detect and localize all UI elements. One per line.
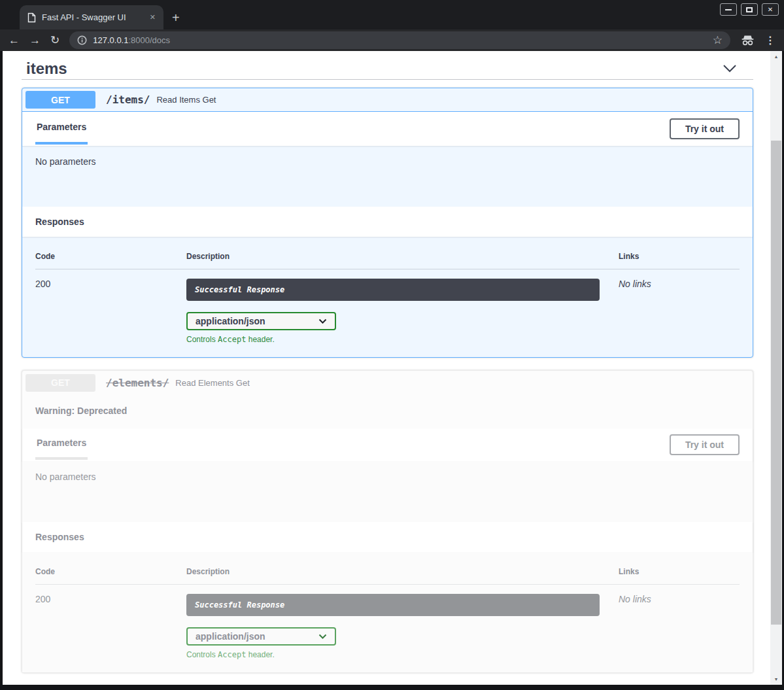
document-icon [27, 12, 36, 23]
maximize-button[interactable] [741, 3, 758, 16]
new-tab-button[interactable]: + [172, 11, 180, 24]
column-description: Description [186, 567, 619, 576]
forward-icon[interactable]: → [29, 35, 41, 46]
reload-icon[interactable]: ↻ [50, 35, 60, 46]
page-content: items GET /items/ Read Items Get Paramet… [3, 51, 782, 685]
tab-close-icon[interactable]: ✕ [150, 13, 156, 22]
column-links: Links [619, 252, 740, 261]
bookmark-star-icon[interactable]: ☆ [713, 35, 723, 46]
minimize-button[interactable] [720, 3, 737, 16]
back-icon[interactable]: ← [9, 35, 20, 46]
response-row: 200 Successful Response application/json… [35, 585, 740, 659]
tab-title: Fast API - Swagger UI [42, 12, 144, 22]
close-button[interactable]: ✕ [762, 3, 779, 16]
accept-header-note: Controls Accept header. [186, 335, 619, 344]
scroll-up-icon[interactable]: ▲ [770, 54, 782, 59]
chevron-down-icon[interactable] [723, 64, 737, 73]
operation-summary-text: Read Items Get [156, 95, 216, 105]
operation-summary-text: Read Elements Get [175, 378, 249, 388]
responses-table: Code Description Links 200 Successful Re… [22, 552, 753, 672]
parameters-tab: Parameters [35, 112, 88, 145]
status-code: 200 [35, 279, 186, 344]
method-badge[interactable]: GET [26, 374, 95, 392]
operation-summary[interactable]: GET /items/ Read Items Get [22, 88, 753, 112]
operation-path: /items/ [106, 94, 150, 106]
incognito-icon [740, 35, 755, 46]
media-type-value: application/json [196, 631, 265, 642]
method-badge[interactable]: GET [26, 91, 95, 109]
accept-header-note: Controls Accept header. [186, 650, 619, 659]
column-description: Description [186, 252, 619, 261]
no-links-text: No links [619, 594, 740, 659]
browser-toolbar: ← → ↻ 127.0.0.1:8000/docs ☆ ⋮ [0, 29, 784, 51]
try-it-out-button[interactable]: Try it out [670, 118, 740, 139]
select-chevron-icon [318, 319, 327, 324]
section-title: items [26, 60, 67, 78]
minimize-icon [725, 9, 732, 10]
no-parameters-text: No parameters [22, 146, 753, 207]
responses-label: Responses [35, 216, 84, 227]
browser-menu-icon[interactable]: ⋮ [765, 35, 775, 46]
responses-label: Responses [35, 532, 84, 542]
no-parameters-text: No parameters [22, 461, 753, 522]
operation-path: /elements/ [106, 377, 169, 389]
deprecated-warning: Warning: Deprecated [22, 394, 753, 428]
tag-section-header[interactable]: items [22, 58, 753, 80]
column-links: Links [619, 567, 740, 576]
operation-summary[interactable]: GET /elements/ Read Elements Get [22, 371, 753, 394]
responses-header: Responses [22, 522, 753, 552]
url-path: :8000/docs [128, 35, 170, 45]
url-host: 127.0.0.1 [93, 35, 128, 45]
column-code: Code [35, 567, 186, 576]
response-row: 200 Successful Response application/json… [35, 269, 740, 344]
parameters-header: Parameters Try it out [22, 112, 753, 146]
column-code: Code [35, 252, 186, 261]
media-type-select[interactable]: application/json [186, 312, 336, 330]
response-description-box: Successful Response [186, 594, 600, 616]
parameters-header: Parameters Try it out [22, 428, 753, 461]
scroll-down-icon[interactable]: ▼ [770, 677, 782, 681]
responses-header: Responses [22, 207, 753, 237]
address-bar[interactable]: 127.0.0.1:8000/docs ☆ [69, 31, 730, 49]
status-code: 200 [35, 594, 186, 659]
parameters-tab: Parameters [35, 428, 88, 460]
responses-table: Code Description Links 200 Successful Re… [22, 237, 753, 357]
response-description-box: Successful Response [186, 279, 600, 301]
close-icon: ✕ [768, 6, 773, 13]
site-info-icon[interactable] [77, 35, 87, 45]
browser-titlebar: Fast API - Swagger UI ✕ + ✕ [0, 0, 784, 29]
opblock-get-elements-deprecated: GET /elements/ Read Elements Get Warning… [22, 370, 753, 673]
no-links-text: No links [619, 279, 740, 344]
opblock-get-items: GET /items/ Read Items Get Parameters Tr… [22, 88, 753, 358]
media-type-value: application/json [196, 316, 265, 326]
browser-tab[interactable]: Fast API - Swagger UI ✕ [20, 5, 163, 29]
maximize-icon [746, 7, 753, 12]
url-text: 127.0.0.1:8000/docs [93, 35, 170, 45]
select-chevron-icon [318, 634, 327, 639]
scrollbar[interactable]: ▲ ▼ [770, 51, 782, 685]
scrollbar-thumb[interactable] [771, 141, 781, 625]
try-it-out-button[interactable]: Try it out [670, 434, 740, 455]
media-type-select[interactable]: application/json [186, 627, 336, 646]
